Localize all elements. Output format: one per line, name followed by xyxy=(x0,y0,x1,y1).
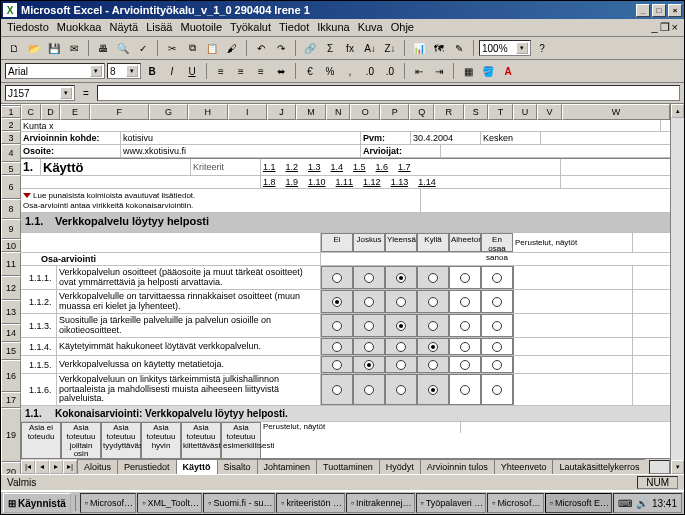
sheet-tab[interactable]: Sisalto xyxy=(217,459,258,474)
maximize-button[interactable]: □ xyxy=(652,4,666,17)
menu-nayta[interactable]: Näytä xyxy=(109,21,138,34)
menu-ohje[interactable]: Ohje xyxy=(391,21,414,34)
align-right-icon[interactable]: ≡ xyxy=(252,62,270,80)
menu-muotoile[interactable]: Muotoile xyxy=(180,21,222,34)
sheet-tab[interactable]: Hyödyt xyxy=(379,459,421,474)
item-notes-cell[interactable] xyxy=(513,374,633,405)
sheet-tab[interactable]: Lautakäsittelykerros xyxy=(552,459,645,474)
menu-muokkaa[interactable]: Muokkaa xyxy=(57,21,102,34)
font-color-icon[interactable]: A xyxy=(499,62,517,80)
sheet-tab[interactable]: Tuottaminen xyxy=(316,459,380,474)
dec-indent-icon[interactable]: ⇤ xyxy=(410,62,428,80)
row-header[interactable]: 1 xyxy=(1,106,21,118)
save-icon[interactable]: 💾 xyxy=(45,39,63,57)
align-left-icon[interactable]: ≡ xyxy=(212,62,230,80)
percent-icon[interactable]: % xyxy=(321,62,339,80)
fill-color-icon[interactable]: 🪣 xyxy=(479,62,497,80)
sheet-tab[interactable]: Yhteenveto xyxy=(494,459,554,474)
redo-icon[interactable]: ↷ xyxy=(272,39,290,57)
sheet-tab[interactable]: Perustiedot xyxy=(117,459,177,474)
underline-icon[interactable]: U xyxy=(183,62,201,80)
spell-icon[interactable]: ✓ xyxy=(134,39,152,57)
rating-radio[interactable] xyxy=(353,290,385,313)
rating-radio[interactable] xyxy=(481,266,513,289)
kriteerit-link[interactable]: 1.13 xyxy=(391,177,409,187)
col-header[interactable]: Q xyxy=(409,104,434,120)
row-header[interactable]: 9 xyxy=(1,219,21,239)
doc-restore-button[interactable]: ❐ xyxy=(660,21,670,34)
menu-ikkuna[interactable]: Ikkuna xyxy=(317,21,349,34)
sort-asc-icon[interactable]: A↓ xyxy=(361,39,379,57)
tab-nav-last[interactable]: ▸| xyxy=(63,460,77,474)
row-header[interactable]: 16 xyxy=(1,360,21,392)
row-header[interactable]: 14 xyxy=(1,324,21,342)
v-scrollbar[interactable]: ▴ ▾ xyxy=(670,104,684,474)
kriteerit-link[interactable]: 1.10 xyxy=(308,177,326,187)
rating-radio[interactable] xyxy=(385,374,417,405)
col-header[interactable]: M xyxy=(296,104,326,120)
col-header[interactable]: P xyxy=(380,104,410,120)
rating-radio[interactable] xyxy=(385,314,417,337)
kriteerit-link[interactable]: 1.3 xyxy=(308,162,321,172)
scroll-down-button[interactable]: ▾ xyxy=(671,460,684,474)
align-center-icon[interactable]: ≡ xyxy=(232,62,250,80)
col-header[interactable]: N xyxy=(326,104,351,120)
rating-radio[interactable] xyxy=(449,290,481,313)
sheet-tab[interactable]: Arvioinnin tulos xyxy=(420,459,495,474)
item-notes-cell[interactable] xyxy=(513,266,633,289)
italic-icon[interactable]: I xyxy=(163,62,181,80)
menu-tyokalut[interactable]: Työkalut xyxy=(230,21,271,34)
rating-radio[interactable] xyxy=(321,356,353,373)
format-painter-icon[interactable]: 🖌 xyxy=(223,39,241,57)
borders-icon[interactable]: ▦ xyxy=(459,62,477,80)
rating-radio[interactable] xyxy=(481,356,513,373)
undo-icon[interactable]: ↶ xyxy=(252,39,270,57)
mail-icon[interactable]: ✉ xyxy=(65,39,83,57)
rating-radio[interactable] xyxy=(321,338,353,355)
col-header[interactable]: J xyxy=(267,104,297,120)
row-header[interactable]: 13 xyxy=(1,300,21,324)
rating-radio[interactable] xyxy=(321,374,353,405)
taskbar-item[interactable]: ▫Microsof… xyxy=(487,493,544,513)
col-header[interactable]: U xyxy=(513,104,538,120)
start-button[interactable]: ⊞ Käynnistä xyxy=(3,493,71,513)
row-header[interactable]: 19 xyxy=(1,408,21,462)
help-icon[interactable]: ? xyxy=(533,39,551,57)
rating-radio[interactable] xyxy=(481,374,513,405)
font-name-combo[interactable]: Arial▾ xyxy=(5,63,105,79)
chart-icon[interactable]: 📊 xyxy=(410,39,428,57)
minimize-button[interactable]: _ xyxy=(636,4,650,17)
map-icon[interactable]: 🗺 xyxy=(430,39,448,57)
kriteerit-link[interactable]: 1.4 xyxy=(331,162,344,172)
rating-radio[interactable] xyxy=(353,314,385,337)
rating-radio[interactable] xyxy=(481,290,513,313)
kriteerit-link[interactable]: 1.7 xyxy=(398,162,411,172)
sum-icon[interactable]: Σ xyxy=(321,39,339,57)
rating-radio[interactable] xyxy=(353,338,385,355)
menu-kuva[interactable]: Kuva xyxy=(358,21,383,34)
kriteerit-link[interactable]: 1.2 xyxy=(286,162,299,172)
merge-icon[interactable]: ⬌ xyxy=(272,62,290,80)
row-header[interactable]: 2 xyxy=(1,118,21,131)
doc-minimize-button[interactable]: _ xyxy=(651,21,657,34)
fx-icon[interactable]: fx xyxy=(341,39,359,57)
rating-radio[interactable] xyxy=(449,266,481,289)
col-header[interactable]: W xyxy=(562,104,670,120)
rating-radio[interactable] xyxy=(321,314,353,337)
menu-tiedot[interactable]: Tiedot xyxy=(279,21,309,34)
item-notes-cell[interactable] xyxy=(513,338,633,355)
dec-decimal-icon[interactable]: .0 xyxy=(381,62,399,80)
rating-radio[interactable] xyxy=(417,356,449,373)
kriteerit-link[interactable]: 1.6 xyxy=(376,162,389,172)
scroll-up-button[interactable]: ▴ xyxy=(671,104,684,118)
taskbar-item[interactable]: ▫Microsoft E… xyxy=(545,493,612,513)
sort-desc-icon[interactable]: Z↓ xyxy=(381,39,399,57)
kriteerit-link[interactable]: 1.1 xyxy=(263,162,276,172)
row-header[interactable]: 8 xyxy=(1,199,21,219)
row-header[interactable]: 15 xyxy=(1,342,21,360)
rating-radio[interactable] xyxy=(481,338,513,355)
taskbar-item[interactable]: ▫Initrakennej… xyxy=(346,493,415,513)
kriteerit-link[interactable]: 1.9 xyxy=(286,177,299,187)
inc-decimal-icon[interactable]: .0 xyxy=(361,62,379,80)
item-notes-cell[interactable] xyxy=(513,290,633,313)
